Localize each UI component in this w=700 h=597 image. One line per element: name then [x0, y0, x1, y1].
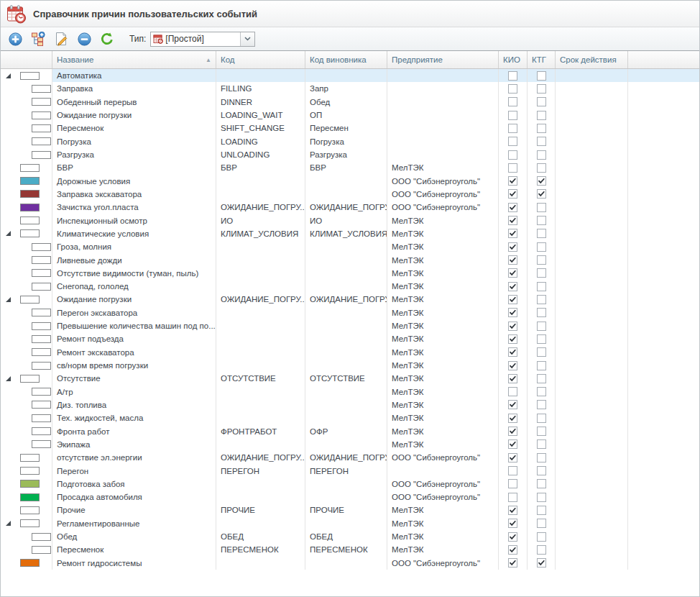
ktg-checkbox[interactable] [537, 466, 546, 475]
kio-checkbox[interactable] [508, 453, 517, 462]
table-row[interactable]: Ливневые дождиМелТЭК [1, 253, 699, 266]
kio-checkbox[interactable] [508, 545, 517, 555]
ktg-checkbox[interactable] [537, 400, 546, 409]
expander-icon[interactable] [6, 73, 20, 78]
column-header-kio[interactable]: КИО [499, 51, 528, 68]
kio-checkbox[interactable] [508, 493, 517, 502]
kio-checkbox[interactable] [508, 229, 517, 238]
table-row[interactable]: Перегон экскаватораМелТЭК [1, 306, 699, 319]
table-row[interactable]: БВРБВРБВРМелТЭК [1, 161, 699, 174]
refresh-button[interactable] [98, 30, 116, 47]
ktg-checkbox[interactable] [537, 453, 546, 462]
ktg-checkbox[interactable] [537, 374, 546, 383]
ktg-checkbox[interactable] [537, 84, 546, 94]
kio-checkbox[interactable] [508, 361, 517, 370]
table-row[interactable]: Заправка экскаватораООО "Сибэнергоуголь" [1, 188, 699, 201]
ktg-checkbox[interactable] [537, 506, 546, 515]
kio-checkbox[interactable] [508, 255, 517, 265]
kio-checkbox[interactable] [508, 71, 517, 81]
kio-checkbox[interactable] [508, 322, 517, 331]
table-row[interactable]: отсутствие эл.энергииОЖИДАНИЕ_ПОГРУ...ОЖ… [1, 451, 699, 464]
ktg-checkbox[interactable] [537, 203, 546, 212]
kio-checkbox[interactable] [508, 439, 517, 449]
kio-checkbox[interactable] [508, 400, 517, 409]
table-row[interactable]: ПересменокSHIFT_CHANGEПересмен [1, 122, 699, 135]
column-header-term[interactable]: Срок действия [556, 51, 628, 68]
table-row[interactable]: Автоматика [1, 69, 699, 82]
kio-checkbox[interactable] [508, 137, 517, 146]
table-row[interactable]: Обеденный перерывDINNERОбед [1, 96, 699, 109]
column-header-code[interactable]: Код [216, 51, 305, 68]
table-row[interactable]: ЭкипажаМелТЭК [1, 438, 699, 451]
table-row[interactable]: Просадка автомобиляООО "Сибэнергоуголь" [1, 491, 699, 503]
table-row[interactable]: Диз. топливаМелТЭК [1, 398, 699, 411]
column-header-culprit[interactable]: Код виновника [305, 51, 387, 68]
ktg-checkbox[interactable] [537, 322, 546, 331]
ktg-checkbox[interactable] [537, 163, 546, 173]
ktg-checkbox[interactable] [537, 387, 546, 396]
ktg-checkbox[interactable] [537, 268, 546, 278]
table-row[interactable]: Дорожные условияООО "Сибэнергоуголь" [1, 175, 699, 188]
ktg-checkbox[interactable] [537, 189, 546, 199]
ktg-checkbox[interactable] [537, 71, 546, 81]
table-row[interactable]: Фронта работФРОНТРАБОТОФРМелТЭК [1, 424, 699, 437]
kio-checkbox[interactable] [508, 124, 517, 133]
table-row[interactable]: А/трМелТЭК [1, 386, 699, 398]
kio-checkbox[interactable] [508, 176, 517, 186]
table-row[interactable]: ЗаправкаFILLINGЗапр [1, 82, 699, 95]
table-row[interactable]: ПрочиеПРОЧИЕПРОЧИЕМелТЭК [1, 503, 699, 516]
kio-checkbox[interactable] [508, 97, 517, 106]
kio-checkbox[interactable] [508, 295, 517, 304]
kio-checkbox[interactable] [508, 216, 517, 225]
ktg-checkbox[interactable] [537, 295, 546, 304]
table-row[interactable]: РазгрузкаUNLOADINGРазгрузка [1, 148, 699, 161]
kio-checkbox[interactable] [508, 268, 517, 278]
edit-button[interactable] [52, 30, 70, 47]
table-row[interactable]: Гроза, молнияМелТЭК [1, 240, 699, 253]
kio-checkbox[interactable] [508, 506, 517, 515]
expander-icon[interactable] [6, 521, 20, 526]
kio-checkbox[interactable] [508, 189, 517, 199]
ktg-checkbox[interactable] [537, 124, 546, 133]
ktg-checkbox[interactable] [537, 545, 546, 555]
table-row[interactable]: ПересменокПЕРЕСМЕНОКПЕРЕСМЕНОКМелТЭК [1, 543, 699, 556]
ktg-checkbox[interactable] [537, 137, 546, 146]
ktg-checkbox[interactable] [537, 334, 546, 344]
kio-checkbox[interactable] [508, 532, 517, 542]
ktg-checkbox[interactable] [537, 361, 546, 370]
kio-checkbox[interactable] [508, 466, 517, 475]
ktg-checkbox[interactable] [537, 479, 546, 488]
table-row[interactable]: ПерегонПЕРЕГОНПЕРЕГОН [1, 464, 699, 477]
kio-checkbox[interactable] [508, 282, 517, 291]
remove-button[interactable] [75, 30, 93, 47]
add-child-button[interactable] [29, 30, 47, 47]
ktg-checkbox[interactable] [537, 282, 546, 291]
ktg-checkbox[interactable] [537, 229, 546, 238]
ktg-checkbox[interactable] [537, 414, 546, 423]
ktg-checkbox[interactable] [537, 519, 546, 528]
kio-checkbox[interactable] [508, 414, 517, 423]
ktg-checkbox[interactable] [537, 427, 546, 436]
table-row[interactable]: ОбедОБЕДОБЕДМелТЭК [1, 530, 699, 543]
ktg-checkbox[interactable] [537, 347, 546, 357]
ktg-checkbox[interactable] [537, 97, 546, 106]
column-header-enterprise[interactable]: Предприятие [387, 51, 499, 68]
ktg-checkbox[interactable] [537, 532, 546, 542]
table-row[interactable]: Инспекционный осмотрИОИОМелТЭК [1, 214, 699, 227]
ktg-checkbox[interactable] [537, 308, 546, 317]
kio-checkbox[interactable] [508, 558, 517, 568]
ktg-checkbox[interactable] [537, 150, 546, 160]
table-row[interactable]: св/норм время погрузкиМелТЭК [1, 359, 699, 372]
kio-checkbox[interactable] [508, 111, 517, 120]
kio-checkbox[interactable] [508, 479, 517, 488]
table-row[interactable]: Ожидание погрузкиОЖИДАНИЕ_ПОГРУ...ОЖИДАН… [1, 293, 699, 306]
type-combobox[interactable]: [Простой] [150, 32, 255, 47]
kio-checkbox[interactable] [508, 427, 517, 436]
ktg-checkbox[interactable] [537, 255, 546, 265]
table-row[interactable]: ПогрузкаLOADINGПогрузка [1, 135, 699, 148]
ktg-checkbox[interactable] [537, 242, 546, 252]
kio-checkbox[interactable] [508, 203, 517, 212]
kio-checkbox[interactable] [508, 334, 517, 344]
table-row[interactable]: Отсутствие видимости (туман, пыль)МелТЭК [1, 267, 699, 280]
add-button[interactable] [6, 30, 24, 47]
